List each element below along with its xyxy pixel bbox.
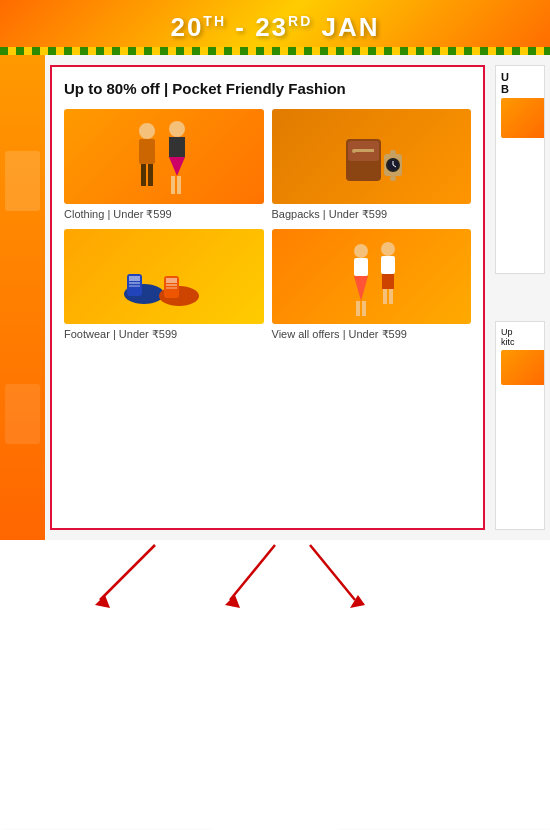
- svg-line-43: [310, 545, 355, 600]
- clothing-image: [64, 109, 264, 204]
- svg-rect-26: [166, 278, 177, 283]
- card-title: Up to 80% off | Pocket Friendly Fashion: [64, 79, 471, 99]
- svg-rect-1: [139, 139, 155, 164]
- viewall-label: View all offers | Under ₹599: [272, 328, 472, 341]
- product-clothing[interactable]: Clothing | Under ₹599: [64, 109, 264, 221]
- svg-point-0: [139, 123, 155, 139]
- svg-rect-2: [141, 164, 146, 186]
- banner-date: 20TH - 23RD JAN: [170, 12, 379, 43]
- product-bagpacks[interactable]: Bagpacks | Under ₹599: [272, 109, 472, 221]
- bagpacks-label: Bagpacks | Under ₹599: [272, 208, 472, 221]
- top-banner: 20TH - 23RD JAN: [0, 0, 550, 55]
- svg-line-39: [100, 545, 155, 600]
- svg-rect-38: [389, 289, 393, 304]
- svg-rect-3: [148, 164, 153, 186]
- svg-rect-5: [169, 137, 185, 157]
- svg-rect-21: [129, 276, 140, 281]
- center-card: Up to 80% off | Pocket Friendly Fashion: [50, 65, 485, 530]
- product-footwear[interactable]: Footwear | Under ₹599: [64, 229, 264, 341]
- svg-rect-30: [354, 258, 368, 276]
- viewall-image: [272, 229, 472, 324]
- right-card-top: U B: [495, 65, 545, 274]
- arrow-section: [0, 540, 550, 830]
- svg-rect-37: [383, 289, 387, 304]
- svg-line-41: [230, 545, 275, 600]
- svg-rect-10: [354, 149, 374, 152]
- svg-point-33: [381, 242, 395, 256]
- svg-rect-27: [166, 284, 177, 286]
- left-strip: [0, 55, 45, 540]
- svg-rect-34: [381, 256, 395, 274]
- svg-rect-18: [390, 176, 396, 181]
- product-viewall[interactable]: View all offers | Under ₹599: [272, 229, 472, 341]
- bagpacks-image: [272, 109, 472, 204]
- footwear-image: [64, 229, 264, 324]
- svg-rect-32: [362, 301, 366, 316]
- svg-rect-6: [171, 176, 175, 194]
- svg-rect-35: [382, 274, 388, 289]
- svg-rect-22: [129, 282, 140, 284]
- svg-point-4: [169, 121, 185, 137]
- svg-rect-36: [388, 274, 394, 289]
- arrows-diagram: [0, 540, 550, 610]
- right-strip: U B Up kitc: [490, 55, 550, 540]
- svg-rect-7: [177, 176, 181, 194]
- products-grid: Clothing | Under ₹599: [64, 109, 471, 341]
- svg-rect-31: [356, 301, 360, 316]
- clothing-label: Clothing | Under ₹599: [64, 208, 264, 221]
- svg-rect-17: [390, 150, 396, 155]
- svg-point-11: [352, 149, 356, 153]
- right-card-bottom: Up kitc: [495, 321, 545, 530]
- svg-rect-28: [166, 287, 177, 289]
- main-area: Up to 80% off | Pocket Friendly Fashion: [0, 55, 550, 540]
- svg-point-29: [354, 244, 368, 258]
- svg-rect-23: [129, 285, 140, 287]
- footwear-label: Footwear | Under ₹599: [64, 328, 264, 341]
